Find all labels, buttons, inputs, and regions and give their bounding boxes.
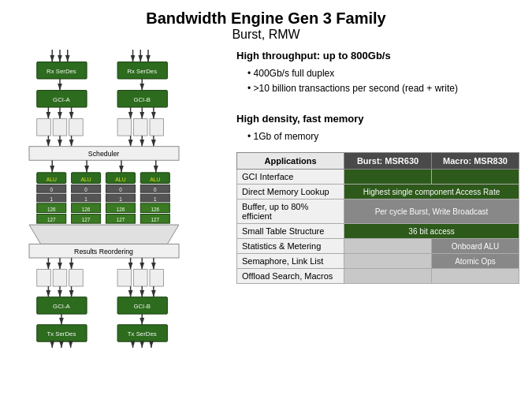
col-header-macro: Macro: MSR830	[432, 153, 519, 170]
svg-text:Results Reordering: Results Reordering	[74, 248, 133, 255]
table-row: Semaphore, Link List Atomic Ops	[237, 254, 519, 269]
svg-text:ALU: ALU	[115, 177, 125, 182]
svg-rect-92	[53, 270, 67, 286]
svg-text:Tx SerDes: Tx SerDes	[127, 330, 156, 337]
svg-text:ALU: ALU	[150, 177, 160, 182]
sub-title: Burst, RMW	[13, 28, 519, 42]
svg-rect-24	[36, 119, 50, 136]
svg-text:1: 1	[119, 196, 122, 202]
svg-text:1: 1	[50, 196, 53, 202]
table-row: Statistics & Metering Onboard ALU	[237, 239, 519, 254]
svg-text:0: 0	[119, 187, 122, 192]
throughput-bullet-1: • 400Gb/s full duplex	[247, 66, 519, 81]
row-burst-cell	[344, 269, 432, 284]
svg-rect-28	[133, 119, 147, 136]
svg-marker-82	[29, 225, 179, 244]
svg-text:0: 0	[50, 187, 53, 192]
svg-text:GCI-A: GCI-A	[53, 96, 70, 103]
specs-section: High throughput: up to 800Gb/s • 400Gb/s…	[236, 48, 519, 144]
svg-text:127: 127	[116, 217, 125, 222]
table-row: Offload Search, Macros	[237, 269, 519, 284]
row-label: Offload Search, Macros	[237, 269, 344, 284]
svg-text:GCI-A: GCI-A	[53, 303, 70, 310]
row-macro-cell: Atomic Ops	[432, 254, 519, 269]
row-macro-cell	[432, 170, 519, 185]
svg-text:126: 126	[151, 207, 159, 212]
svg-text:Tx SerDes: Tx SerDes	[47, 330, 76, 337]
row-span-cell: Highest single component Access Rate	[344, 185, 519, 200]
table-row: Buffer, up to 80% efficient Per cycle Bu…	[237, 200, 519, 224]
svg-text:Rx SerDes: Rx SerDes	[47, 68, 76, 75]
svg-text:Scheduler: Scheduler	[87, 150, 118, 158]
svg-rect-91	[36, 270, 50, 286]
col-header-burst: Burst: MSR630	[344, 153, 432, 170]
col-header-applications: Applications	[237, 153, 344, 170]
row-burst-cell	[344, 254, 432, 269]
page: Bandwidth Engine Gen 3 Family Burst, RMW	[0, 0, 532, 399]
svg-text:ALU: ALU	[46, 177, 56, 182]
row-label: GCI Interface	[237, 170, 344, 185]
svg-text:0: 0	[84, 187, 87, 192]
svg-rect-26	[69, 119, 83, 136]
throughput-title: High throughput: up to 800Gb/s	[236, 48, 519, 65]
svg-text:0: 0	[154, 187, 157, 192]
svg-text:1: 1	[84, 196, 87, 202]
throughput-bullet-2: • >10 billion transactions per second (r…	[247, 81, 519, 96]
svg-text:127: 127	[81, 217, 90, 222]
svg-rect-27	[117, 119, 132, 136]
diagram-section: Rx SerDes Rx SerDes GCI-A GCI-B	[13, 48, 225, 390]
svg-rect-29	[149, 119, 163, 136]
memory-title: High density, fast memory	[236, 111, 519, 128]
memory-bullet-1: • 1Gb of memory	[247, 129, 519, 144]
svg-text:127: 127	[47, 217, 55, 222]
row-label: Direct Memory Lookup	[237, 185, 344, 200]
row-burst-cell	[344, 170, 432, 185]
table-row: Direct Memory Lookup Highest single comp…	[237, 185, 519, 200]
svg-rect-95	[133, 270, 147, 286]
row-burst-cell	[344, 239, 432, 254]
svg-text:1: 1	[154, 196, 157, 202]
svg-rect-25	[53, 119, 67, 136]
row-macro-cell: Onboard ALU	[432, 239, 519, 254]
svg-rect-96	[149, 270, 163, 286]
main-title: Bandwidth Engine Gen 3 Family	[13, 9, 519, 28]
title-section: Bandwidth Engine Gen 3 Family Burst, RMW	[13, 9, 519, 42]
svg-text:126: 126	[81, 207, 90, 212]
architecture-diagram: Rx SerDes Rx SerDes GCI-A GCI-B	[15, 48, 224, 348]
svg-text:Rx SerDes: Rx SerDes	[127, 68, 157, 75]
svg-text:127: 127	[151, 217, 159, 222]
feature-table: Applications Burst: MSR630 Macro: MSR830…	[236, 152, 519, 284]
svg-text:ALU: ALU	[80, 177, 91, 182]
row-label: Buffer, up to 80% efficient	[237, 200, 344, 224]
row-label: Semaphore, Link List	[237, 254, 344, 269]
right-section: High throughput: up to 800Gb/s • 400Gb/s…	[236, 48, 519, 390]
content-row: Rx SerDes Rx SerDes GCI-A GCI-B	[13, 48, 519, 390]
svg-text:GCI-B: GCI-B	[133, 303, 151, 310]
svg-text:GCI-B: GCI-B	[133, 96, 151, 103]
svg-text:126: 126	[116, 207, 125, 212]
table-row: GCI Interface	[237, 170, 519, 185]
row-span-cell: Per cycle Burst, Write Broadcast	[344, 200, 519, 224]
row-label: Small Table Structure	[237, 224, 344, 239]
table-section: Applications Burst: MSR630 Macro: MSR830…	[236, 152, 519, 390]
table-row: Small Table Structure 36 bit access	[237, 224, 519, 239]
svg-text:126: 126	[47, 207, 55, 212]
row-macro-cell	[432, 269, 519, 284]
row-label: Statistics & Metering	[237, 239, 344, 254]
svg-rect-93	[69, 270, 83, 286]
svg-rect-94	[117, 270, 132, 286]
row-span-cell: 36 bit access	[344, 224, 519, 239]
